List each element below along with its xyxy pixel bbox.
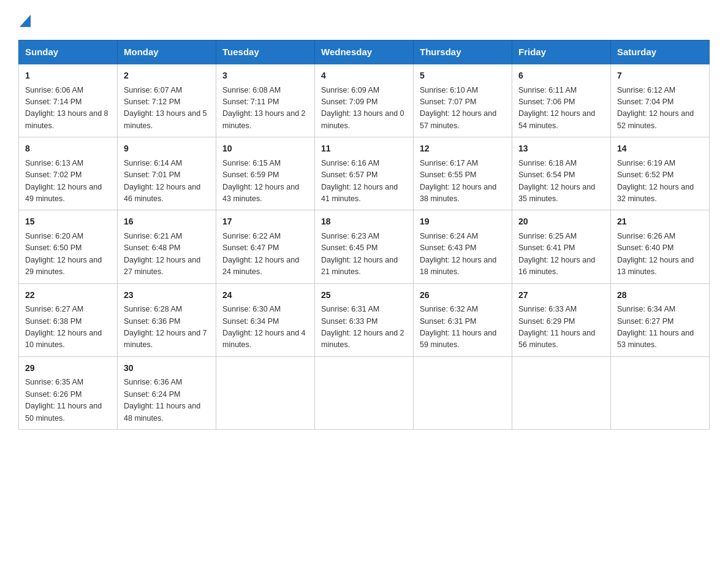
day-number: 25 [321,289,407,302]
calendar-cell: 11Sunrise: 6:16 AMSunset: 6:57 PMDayligh… [315,137,414,210]
day-info: Sunrise: 6:08 AMSunset: 7:11 PMDaylight:… [222,85,308,132]
logo-triangle-icon [20,15,31,27]
day-number: 16 [124,215,210,229]
logo [18,15,31,29]
calendar-week-row: 29Sunrise: 6:35 AMSunset: 6:26 PMDayligh… [19,356,710,429]
header-tuesday: Tuesday [216,40,315,64]
day-info: Sunrise: 6:19 AMSunset: 6:52 PMDaylight:… [617,158,703,205]
calendar-cell: 20Sunrise: 6:25 AMSunset: 6:41 PMDayligh… [512,210,611,283]
calendar-cell: 25Sunrise: 6:31 AMSunset: 6:33 PMDayligh… [315,283,414,356]
calendar-cell [414,356,512,429]
calendar-cell: 16Sunrise: 6:21 AMSunset: 6:48 PMDayligh… [118,210,216,283]
day-info: Sunrise: 6:12 AMSunset: 7:04 PMDaylight:… [617,85,703,132]
day-number: 14 [617,142,703,156]
calendar-cell: 29Sunrise: 6:35 AMSunset: 6:26 PMDayligh… [19,356,118,429]
day-number: 26 [420,289,506,302]
day-info: Sunrise: 6:17 AMSunset: 6:55 PMDaylight:… [420,158,506,205]
calendar-cell: 1Sunrise: 6:06 AMSunset: 7:14 PMDaylight… [19,64,118,137]
header-friday: Friday [512,40,611,64]
day-info: Sunrise: 6:13 AMSunset: 7:02 PMDaylight:… [25,158,111,205]
day-info: Sunrise: 6:22 AMSunset: 6:47 PMDaylight:… [222,231,308,278]
day-info: Sunrise: 6:27 AMSunset: 6:38 PMDaylight:… [25,304,111,351]
day-info: Sunrise: 6:30 AMSunset: 6:34 PMDaylight:… [222,304,308,351]
calendar-cell: 19Sunrise: 6:24 AMSunset: 6:43 PMDayligh… [414,210,512,283]
header-row: SundayMondayTuesdayWednesdayThursdayFrid… [19,40,710,64]
page-header [18,15,710,29]
calendar-week-row: 1Sunrise: 6:06 AMSunset: 7:14 PMDaylight… [19,64,710,137]
calendar-week-row: 15Sunrise: 6:20 AMSunset: 6:50 PMDayligh… [19,210,710,283]
calendar-table: SundayMondayTuesdayWednesdayThursdayFrid… [18,40,710,430]
calendar-cell: 17Sunrise: 6:22 AMSunset: 6:47 PMDayligh… [216,210,315,283]
header-monday: Monday [118,40,216,64]
calendar-cell: 26Sunrise: 6:32 AMSunset: 6:31 PMDayligh… [414,283,512,356]
day-number: 27 [518,289,604,302]
calendar-cell: 2Sunrise: 6:07 AMSunset: 7:12 PMDaylight… [118,64,216,137]
calendar-cell [611,356,710,429]
header-saturday: Saturday [611,40,710,64]
day-number: 28 [617,289,703,302]
day-info: Sunrise: 6:23 AMSunset: 6:45 PMDaylight:… [321,231,407,278]
day-info: Sunrise: 6:36 AMSunset: 6:24 PMDaylight:… [124,377,210,424]
calendar-cell: 7Sunrise: 6:12 AMSunset: 7:04 PMDaylight… [611,64,710,137]
calendar-cell: 9Sunrise: 6:14 AMSunset: 7:01 PMDaylight… [118,137,216,210]
calendar-cell: 10Sunrise: 6:15 AMSunset: 6:59 PMDayligh… [216,137,315,210]
day-info: Sunrise: 6:25 AMSunset: 6:41 PMDaylight:… [518,231,604,278]
calendar-cell: 13Sunrise: 6:18 AMSunset: 6:54 PMDayligh… [512,137,611,210]
day-info: Sunrise: 6:31 AMSunset: 6:33 PMDaylight:… [321,304,407,351]
day-info: Sunrise: 6:20 AMSunset: 6:50 PMDaylight:… [25,231,111,278]
day-number: 11 [321,142,407,156]
day-number: 2 [124,69,210,83]
calendar-week-row: 8Sunrise: 6:13 AMSunset: 7:02 PMDaylight… [19,137,710,210]
day-info: Sunrise: 6:26 AMSunset: 6:40 PMDaylight:… [617,231,703,278]
day-info: Sunrise: 6:10 AMSunset: 7:07 PMDaylight:… [420,85,506,132]
day-info: Sunrise: 6:28 AMSunset: 6:36 PMDaylight:… [124,304,210,351]
calendar-cell: 8Sunrise: 6:13 AMSunset: 7:02 PMDaylight… [19,137,118,210]
calendar-cell [216,356,315,429]
calendar-cell: 18Sunrise: 6:23 AMSunset: 6:45 PMDayligh… [315,210,414,283]
day-info: Sunrise: 6:21 AMSunset: 6:48 PMDaylight:… [124,231,210,278]
day-number: 7 [617,69,703,83]
day-info: Sunrise: 6:11 AMSunset: 7:06 PMDaylight:… [518,85,604,132]
day-number: 12 [420,142,506,156]
day-number: 8 [25,142,111,156]
day-number: 3 [222,69,308,83]
calendar-cell: 3Sunrise: 6:08 AMSunset: 7:11 PMDaylight… [216,64,315,137]
day-info: Sunrise: 6:33 AMSunset: 6:29 PMDaylight:… [518,304,604,351]
day-info: Sunrise: 6:24 AMSunset: 6:43 PMDaylight:… [420,231,506,278]
day-number: 23 [124,289,210,302]
calendar-cell: 12Sunrise: 6:17 AMSunset: 6:55 PMDayligh… [414,137,512,210]
calendar-cell: 4Sunrise: 6:09 AMSunset: 7:09 PMDaylight… [315,64,414,137]
header-thursday: Thursday [414,40,512,64]
calendar-cell: 5Sunrise: 6:10 AMSunset: 7:07 PMDaylight… [414,64,512,137]
calendar-cell: 21Sunrise: 6:26 AMSunset: 6:40 PMDayligh… [611,210,710,283]
calendar-body: 1Sunrise: 6:06 AMSunset: 7:14 PMDaylight… [19,64,710,429]
day-number: 17 [222,215,308,229]
day-number: 18 [321,215,407,229]
day-number: 29 [25,362,111,375]
day-number: 20 [518,215,604,229]
header-wednesday: Wednesday [315,40,414,64]
calendar-cell [512,356,611,429]
day-number: 9 [124,142,210,156]
day-number: 21 [617,215,703,229]
day-number: 13 [518,142,604,156]
calendar-header: SundayMondayTuesdayWednesdayThursdayFrid… [19,40,710,64]
day-info: Sunrise: 6:14 AMSunset: 7:01 PMDaylight:… [124,158,210,205]
day-number: 4 [321,69,407,83]
calendar-cell: 15Sunrise: 6:20 AMSunset: 6:50 PMDayligh… [19,210,118,283]
day-info: Sunrise: 6:06 AMSunset: 7:14 PMDaylight:… [25,85,111,132]
calendar-cell: 22Sunrise: 6:27 AMSunset: 6:38 PMDayligh… [19,283,118,356]
day-number: 24 [222,289,308,302]
calendar-cell: 23Sunrise: 6:28 AMSunset: 6:36 PMDayligh… [118,283,216,356]
day-info: Sunrise: 6:16 AMSunset: 6:57 PMDaylight:… [321,158,407,205]
day-number: 1 [25,69,111,83]
calendar-cell: 27Sunrise: 6:33 AMSunset: 6:29 PMDayligh… [512,283,611,356]
calendar-cell [315,356,414,429]
calendar-cell: 6Sunrise: 6:11 AMSunset: 7:06 PMDaylight… [512,64,611,137]
calendar-cell: 30Sunrise: 6:36 AMSunset: 6:24 PMDayligh… [118,356,216,429]
day-number: 6 [518,69,604,83]
day-info: Sunrise: 6:15 AMSunset: 6:59 PMDaylight:… [222,158,308,205]
day-number: 19 [420,215,506,229]
calendar-cell: 24Sunrise: 6:30 AMSunset: 6:34 PMDayligh… [216,283,315,356]
day-info: Sunrise: 6:07 AMSunset: 7:12 PMDaylight:… [124,85,210,132]
